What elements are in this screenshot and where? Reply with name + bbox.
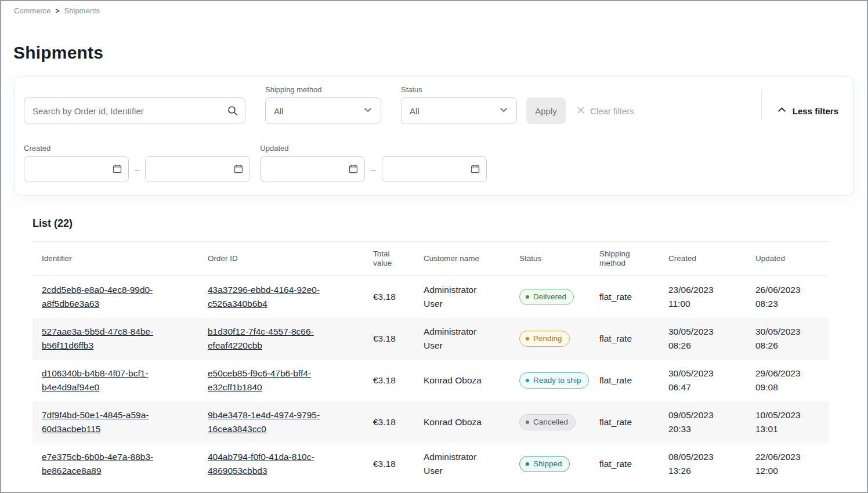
- total-value: €3.18: [373, 374, 424, 387]
- status-dot-icon: [526, 379, 529, 382]
- created-at: 09/05/2023 20:33: [668, 408, 722, 436]
- clear-filters-label: Clear filters: [590, 106, 634, 116]
- status-badge: Shipped: [519, 456, 570, 472]
- filters-row-main: Shipping method All Status All Apply: [15, 77, 853, 124]
- filters-panel: Shipping method All Status All Apply: [14, 77, 854, 195]
- list-title: List (22): [32, 217, 829, 230]
- identifier-link[interactable]: e7e375cb-6b0b-4e7a-88b3-be862ace8a89: [42, 452, 153, 476]
- page-title: Shipments: [13, 43, 867, 63]
- shipping-method: flat_rate: [599, 457, 668, 471]
- status-dot-icon: [526, 420, 529, 424]
- shipping-method-select[interactable]: All: [265, 97, 381, 124]
- identifier-link[interactable]: 7df9f4bd-50e1-4845-a59a-60d3acbeb115: [42, 410, 149, 434]
- shipping-method-value: All: [274, 106, 284, 116]
- updated-at: 30/05/2023 08:26: [755, 325, 809, 353]
- created-at: 08/05/2023 13:26: [668, 450, 722, 478]
- customer-name: Administrator User: [424, 325, 489, 353]
- col-created: Created: [668, 254, 755, 263]
- col-updated: Updated: [755, 254, 829, 263]
- order-id-link[interactable]: 9b4e3478-1e4d-4974-9795-16cea3843cc0: [208, 410, 320, 434]
- created-at: 30/05/2023 06:47: [668, 367, 722, 394]
- total-value: €3.18: [373, 290, 424, 304]
- range-separator: –: [371, 164, 375, 174]
- search-input[interactable]: [24, 97, 245, 124]
- updated-range-field: Updated –: [260, 144, 486, 182]
- updated-at: 22/06/2023 12:00: [755, 450, 809, 478]
- created-range-field: Created –: [24, 144, 250, 182]
- identifier-link[interactable]: 2cdd5eb8-e8a0-4ec8-99d0-a8f5db6e3a63: [42, 285, 153, 309]
- table-row: 7df9f4bd-50e1-4845-a59a-60d3acbeb115 9b4…: [32, 401, 829, 443]
- breadcrumb-separator-icon: >: [56, 7, 60, 15]
- updated-at: 29/06/2023 09:08: [755, 367, 809, 394]
- status-badge: Pending: [519, 331, 570, 347]
- updated-from-box: [260, 156, 365, 182]
- created-at: 30/05/2023 08:26: [668, 325, 722, 353]
- calendar-icon[interactable]: [348, 164, 359, 176]
- calendar-icon[interactable]: [470, 164, 480, 176]
- close-icon: [576, 106, 585, 117]
- shipping-method-label: Shipping method: [265, 85, 381, 94]
- status-field: Status All: [401, 85, 517, 124]
- col-status: Status: [519, 254, 599, 263]
- col-shipping-method: Shipping method: [599, 249, 636, 268]
- status-label: Status: [401, 85, 517, 94]
- identifier-link[interactable]: 527aae3a-5b5d-47c8-84be-b56f11d6ffb3: [42, 327, 153, 350]
- updated-at: 26/06/2023 08:23: [755, 283, 809, 311]
- chevron-down-icon: [363, 105, 372, 117]
- col-identifier: Identifier: [42, 254, 208, 263]
- order-id-link[interactable]: 43a37296-ebbd-4164-92e0-c526a340b6b4: [208, 285, 320, 309]
- order-id-link[interactable]: 404ab794-f0f0-41da-810c-4869053cbbd3: [208, 452, 314, 476]
- shipments-page: Commerce > Shipments Shipments Shipping …: [0, 0, 868, 493]
- total-value: €3.18: [373, 457, 424, 471]
- table-row: 2cdd5eb8-e8a0-4ec8-99d0-a8f5db6e3a63 43a…: [32, 276, 829, 318]
- range-separator: –: [135, 164, 139, 174]
- shipping-method-field: Shipping method All: [265, 85, 381, 124]
- updated-at: 10/05/2023 13:01: [755, 408, 809, 436]
- shipping-method: flat_rate: [599, 415, 668, 429]
- breadcrumb-shipments[interactable]: Shipments: [64, 6, 100, 15]
- clear-filters-button[interactable]: Clear filters: [576, 97, 634, 124]
- table-header: Identifier Order ID Total value Customer…: [32, 241, 829, 276]
- less-filters-button[interactable]: Less filters: [777, 97, 838, 124]
- shipping-method: flat_rate: [599, 290, 668, 304]
- status-badge: Cancelled: [519, 414, 576, 430]
- customer-name: Administrator User: [424, 450, 489, 478]
- apply-button[interactable]: Apply: [526, 97, 566, 124]
- chevron-up-icon: [777, 105, 787, 117]
- customer-name: Administrator User: [424, 283, 489, 311]
- created-from-box: [24, 156, 129, 182]
- col-order-id: Order ID: [208, 254, 373, 263]
- status-dot-icon: [526, 462, 529, 466]
- breadcrumb: Commerce > Shipments: [1, 1, 867, 15]
- shipping-method: flat_rate: [599, 332, 668, 346]
- list-section: List (22) Identifier Order ID Total valu…: [32, 217, 829, 485]
- status-select[interactable]: All: [401, 97, 517, 124]
- shipping-method: flat_rate: [599, 374, 668, 387]
- identifier-link[interactable]: d106340b-b4b8-4f07-bcf1-b4e4d9af94e0: [42, 368, 149, 392]
- updated-label: Updated: [260, 144, 486, 153]
- less-filters-label: Less filters: [793, 106, 838, 116]
- status-badge: Ready to ship: [519, 372, 589, 389]
- vertical-divider: [761, 89, 762, 121]
- updated-to-box: [382, 156, 487, 182]
- col-total-value: Total value: [373, 249, 410, 268]
- chevron-down-icon: [499, 105, 508, 117]
- order-id-link[interactable]: b1d30f12-7f4c-4557-8c66-efeaf4220cbb: [208, 327, 314, 350]
- search-icon: [227, 105, 238, 119]
- status-badge: Delivered: [519, 289, 574, 305]
- order-id-link[interactable]: e50ceb85-f9c6-47b6-bff4-e32cff1b1840: [208, 368, 311, 392]
- filters-row-dates: Created –: [15, 124, 853, 195]
- calendar-icon[interactable]: [233, 164, 244, 176]
- table-row: e7e375cb-6b0b-4e7a-88b3-be862ace8a89 404…: [32, 443, 829, 485]
- table-row: d106340b-b4b8-4f07-bcf1-b4e4d9af94e0 e50…: [32, 360, 829, 401]
- breadcrumb-commerce[interactable]: Commerce: [14, 6, 51, 15]
- shipments-table: Identifier Order ID Total value Customer…: [32, 241, 829, 485]
- table-row: 527aae3a-5b5d-47c8-84be-b56f11d6ffb3 b1d…: [32, 318, 829, 360]
- calendar-icon[interactable]: [112, 164, 122, 176]
- created-to-box: [145, 156, 250, 182]
- created-label: Created: [24, 144, 250, 153]
- customer-name: Konrad Oboza: [424, 415, 482, 429]
- status-dot-icon: [526, 295, 529, 299]
- created-at: 23/06/2023 11:00: [668, 283, 722, 311]
- customer-name: Konrad Oboza: [424, 374, 482, 387]
